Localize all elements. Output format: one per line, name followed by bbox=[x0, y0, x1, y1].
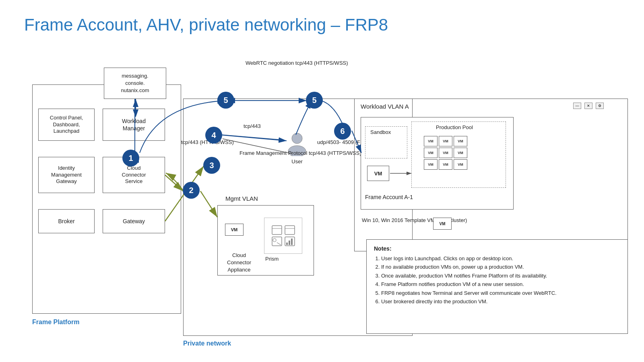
prism-icon-container bbox=[264, 218, 302, 254]
tcp443-annotation: tcp/443 bbox=[244, 123, 261, 130]
template-vm-label: VM bbox=[440, 222, 446, 226]
large-vm-label: VM bbox=[374, 171, 382, 177]
step-6-circle: 6 bbox=[334, 123, 351, 140]
svg-rect-9 bbox=[289, 241, 290, 245]
minimize-button[interactable]: — bbox=[573, 103, 581, 109]
step-4-circle: 4 bbox=[205, 127, 222, 144]
prism-icon bbox=[271, 225, 295, 247]
messaging-box: messaging. console. nutanix.com bbox=[104, 68, 166, 99]
identity-management-label: Identity Management Gateway bbox=[51, 165, 82, 185]
vm-cell: VM bbox=[454, 159, 467, 170]
step-2-circle: 2 bbox=[183, 182, 200, 199]
page-title: Frame Account, AHV, private networking –… bbox=[24, 15, 388, 35]
messaging-label: messaging. console. nutanix.com bbox=[121, 72, 149, 95]
broker-label: Broker bbox=[58, 218, 74, 225]
gateway-label: Gateway bbox=[123, 218, 145, 225]
broker-box: Broker bbox=[38, 209, 95, 233]
step-3-circle: 3 bbox=[203, 157, 220, 174]
workload-manager-box: Workload Manager bbox=[103, 109, 165, 141]
large-vm-box: VM bbox=[367, 166, 389, 181]
cloud-connector-service-label: Cloud Connector Service bbox=[122, 165, 146, 185]
control-panel-label: Control Panel, Dashboard, Launchpad bbox=[50, 115, 83, 135]
vm-cell: VM bbox=[439, 159, 452, 170]
frame-account-box: Sandbox Production Pool VM VM VM VM VM V… bbox=[361, 117, 514, 210]
gateway-box: Gateway bbox=[103, 209, 165, 233]
vm-label-cca: VM bbox=[231, 227, 238, 232]
svg-rect-2 bbox=[285, 226, 295, 234]
note-item-6: User brokered directly into the producti… bbox=[381, 297, 620, 306]
settings-button[interactable]: ⚙ bbox=[596, 103, 604, 109]
note-item-1: User logs into Launchpad. Clicks on app … bbox=[381, 254, 620, 263]
sandbox-label: Sandbox bbox=[370, 129, 391, 135]
notes-title: Notes: bbox=[374, 245, 620, 252]
identity-management-box: Identity Management Gateway bbox=[38, 157, 95, 193]
control-panel-box: Control Panel, Dashboard, Launchpad bbox=[38, 109, 95, 141]
step-5b-circle: 5 bbox=[306, 92, 323, 109]
workload-vlan-label: Workload VLAN A bbox=[361, 103, 409, 110]
notes-list: User logs into Launchpad. Clicks on app … bbox=[374, 254, 620, 306]
frame-account-a1-label: Frame Account A-1 bbox=[365, 194, 413, 200]
private-network-label: Private network bbox=[183, 340, 231, 347]
notes-box: Notes: User logs into Launchpad. Clicks … bbox=[366, 239, 628, 334]
workload-manager-label: Workload Manager bbox=[122, 117, 146, 132]
svg-rect-0 bbox=[272, 226, 282, 234]
workload-vlan-box: Workload VLAN A Sandbox Production Pool … bbox=[354, 99, 628, 251]
user-area: User bbox=[285, 132, 309, 165]
sandbox-box: Sandbox bbox=[365, 126, 407, 158]
svg-rect-10 bbox=[291, 239, 293, 245]
vm-cell: VM bbox=[454, 136, 467, 146]
webrtc-annotation: WebRTC negotiation tcp/443 (HTTPS/WSS) bbox=[246, 60, 348, 67]
step-1-circle: 1 bbox=[122, 150, 139, 167]
note-item-5: FRP8 negotiates how Terminal and Server … bbox=[381, 289, 620, 297]
window-controls[interactable]: — ✕ ⚙ bbox=[573, 103, 604, 109]
vm-cell: VM bbox=[439, 148, 452, 158]
vm-cell: VM bbox=[424, 148, 438, 158]
cloud-connector-appliance-label: Cloud Connector Appliance bbox=[221, 252, 257, 274]
svg-point-11 bbox=[292, 133, 302, 144]
diagram-area: Frame Platform messaging. console. nutan… bbox=[16, 48, 628, 346]
vm-cell: VM bbox=[424, 136, 438, 146]
svg-rect-8 bbox=[286, 243, 288, 245]
user-label: User bbox=[285, 158, 309, 165]
close-button[interactable]: ✕ bbox=[584, 103, 592, 109]
note-item-2: If no available production VMs on, power… bbox=[381, 263, 620, 271]
prism-label: Prism bbox=[265, 256, 279, 262]
mgmt-vlan-label: Mgmt VLAN bbox=[225, 195, 258, 202]
vm-cell: VM bbox=[454, 148, 467, 158]
cloud-connector-appliance-box: VM Cloud Connector Appliance Prism bbox=[217, 205, 314, 276]
template-vm-box: VM bbox=[433, 218, 452, 230]
production-pool-box: Production Pool VM VM VM VM VM VM VM VM … bbox=[411, 121, 506, 188]
vm-grid: VM VM VM VM VM VM VM VM VM bbox=[424, 136, 467, 170]
svg-point-5 bbox=[273, 239, 276, 242]
note-item-3: Once available, production VM notifies F… bbox=[381, 272, 620, 280]
cloud-connector-vm-box: VM bbox=[225, 224, 244, 236]
step-5a-circle: 5 bbox=[217, 92, 234, 109]
vm-cell: VM bbox=[439, 136, 452, 146]
note-item-4: Frame Platform notifies production VM of… bbox=[381, 280, 620, 288]
vm-cell: VM bbox=[424, 159, 438, 170]
svg-line-6 bbox=[277, 243, 281, 245]
frame-platform-label: Frame Platform bbox=[32, 319, 79, 326]
production-pool-label: Production Pool bbox=[436, 124, 473, 131]
